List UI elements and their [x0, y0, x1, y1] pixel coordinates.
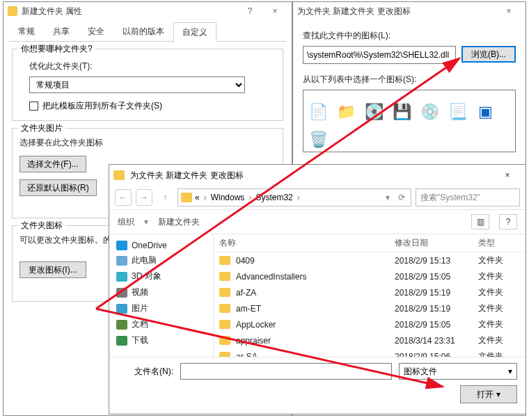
file-row[interactable]: am-ET2018/2/9 15:19文件夹	[214, 300, 526, 316]
file-row[interactable]: AppLocker2018/2/9 15:05文件夹	[214, 316, 526, 332]
folder-icon	[181, 193, 192, 202]
toolbar: 组织▾ 新建文件夹 ▥ ?	[109, 209, 526, 234]
file-row[interactable]: 04092018/2/9 15:13文件夹	[214, 252, 526, 268]
breadcrumb-segment[interactable]: Windows	[211, 193, 245, 202]
onedrive-icon	[116, 241, 127, 250]
window-title: 为文件夹 新建文件夹 更改图标	[297, 6, 496, 17]
drive-icon[interactable]: 💿	[418, 100, 441, 124]
group-folder-type: 你想要哪种文件夹? 优化此文件夹(T): 常规项目 把此模板应用到所有子文件夹(…	[12, 49, 283, 121]
refresh-icon[interactable]: ⟳	[395, 193, 408, 202]
page-icon[interactable]: 📃	[445, 100, 469, 124]
group-desc: 选择要在此文件夹图标	[19, 137, 276, 149]
tab-security[interactable]: 安全	[79, 22, 113, 41]
filename-label: 文件名(N):	[118, 366, 173, 378]
tree-item[interactable]: 下载	[115, 332, 207, 348]
help-button[interactable]: ?	[499, 214, 517, 229]
nav-tree[interactable]: OneDrive此电脑3D 对象视频图片文档下载	[109, 234, 214, 357]
close-button[interactable]: ×	[496, 2, 521, 20]
optimize-label: 优化此文件夹(T):	[29, 60, 276, 72]
close-button[interactable]: ×	[262, 2, 287, 20]
col-type[interactable]: 类型	[478, 237, 520, 249]
titlebar: 为文件夹 新建文件夹 更改图标 ×	[293, 2, 526, 20]
up-button[interactable]: ↑	[157, 189, 173, 206]
close-button[interactable]: ×	[494, 170, 521, 180]
group-title: 你想要哪种文件夹?	[18, 43, 95, 55]
help-button[interactable]: ?	[237, 2, 262, 20]
back-button[interactable]: ←	[115, 189, 132, 206]
vid-icon	[116, 288, 127, 298]
dl-icon	[116, 336, 127, 346]
folder-icon	[219, 256, 230, 265]
folder-icon[interactable]: 📁	[334, 100, 358, 124]
new-folder-button[interactable]: 新建文件夹	[158, 216, 200, 228]
titlebar: 新建文件夹 属性 ? ×	[3, 2, 292, 20]
folder-icon	[219, 304, 230, 313]
folder-icon	[113, 170, 125, 180]
icon-path-input[interactable]	[303, 46, 456, 64]
file-row[interactable]: AdvancedInstallers2018/2/9 15:05文件夹	[214, 268, 526, 284]
tree-item[interactable]: 视频	[115, 284, 207, 300]
checkbox-icon	[29, 102, 38, 111]
tab-general[interactable]: 常规	[9, 22, 44, 41]
tree-item[interactable]: 此电脑	[115, 252, 207, 268]
tree-item[interactable]: 文档	[115, 316, 207, 332]
apply-subfolders-checkbox[interactable]: 把此模板应用到所有子文件夹(S)	[29, 100, 276, 112]
tree-item[interactable]: 3D 对象	[115, 268, 207, 284]
doc-icon	[116, 320, 127, 330]
breadcrumb-segment[interactable]: System32	[255, 193, 292, 202]
tree-item[interactable]: OneDrive	[115, 239, 207, 252]
file-list[interactable]: 名称 修改日期 类型 04092018/2/9 15:13文件夹Advanced…	[214, 234, 526, 357]
group-title: 文件夹图片	[18, 122, 65, 134]
optimize-select[interactable]: 常规项目	[29, 76, 245, 93]
chevron-right-icon: ›	[296, 193, 301, 202]
file-row[interactable]: ar-SA2018/2/9 15:06文件夹	[214, 348, 526, 357]
forward-button[interactable]: →	[136, 189, 152, 206]
checkbox-label: 把此模板应用到所有子文件夹(S)	[42, 100, 162, 112]
folder-icon	[219, 272, 230, 281]
dialog-body: OneDrive此电脑3D 对象视频图片文档下载 名称 修改日期 类型 0409…	[109, 234, 526, 357]
open-button[interactable]: 打开 ▾	[460, 385, 517, 403]
dropdown-icon[interactable]: ▾	[383, 193, 393, 202]
tree-item[interactable]: 图片	[115, 300, 207, 316]
col-name[interactable]: 名称	[219, 237, 395, 249]
group-title: 文件夹图标	[18, 220, 65, 232]
address-row: ← → ↑ «› Windows› System32› ▾ ⟳ 搜索"Syste…	[109, 186, 526, 209]
column-headers[interactable]: 名称 修改日期 类型	[214, 234, 526, 252]
browse-button[interactable]: 浏览(B)...	[461, 46, 516, 63]
organize-menu[interactable]: 组织	[118, 216, 134, 228]
tab-sharing[interactable]: 共享	[44, 22, 79, 41]
drive-icon[interactable]: 💾	[390, 100, 413, 124]
file-row[interactable]: af-ZA2018/2/9 15:19文件夹	[214, 284, 526, 300]
search-input[interactable]: 搜索"System32"	[416, 188, 520, 207]
dialog-title: 为文件夹 新建文件夹 更改图标	[130, 170, 494, 181]
obj-icon	[116, 272, 127, 282]
tab-previous[interactable]: 以前的版本	[113, 22, 173, 41]
window-title: 新建文件夹 属性	[22, 6, 237, 17]
filetype-select[interactable]: 图标文件 ▾	[399, 363, 517, 380]
chevron-down-icon: ▾	[508, 366, 512, 376]
dialog-footer: 文件名(N): 图标文件 ▾ 打开 ▾	[109, 357, 526, 409]
titlebar: 为文件夹 新建文件夹 更改图标 ×	[109, 165, 526, 186]
file-row[interactable]: appraiser2018/3/14 23:31文件夹	[214, 332, 526, 348]
tab-strip: 常规 共享 安全 以前的版本 自定义	[9, 22, 286, 42]
recycle-icon[interactable]: 🗑️	[306, 128, 330, 152]
change-icon-button[interactable]: 更改图标(I)...	[19, 261, 86, 278]
folder-icon	[219, 288, 230, 297]
folder-icon	[219, 336, 230, 345]
tab-customize[interactable]: 自定义	[173, 22, 216, 42]
folder-icon	[219, 352, 230, 357]
file-icon[interactable]: 📄	[306, 100, 330, 124]
icon-grid[interactable]: 📄 📁 💽 💾 💿 📃 ▣ 🗑️ 🖥️ 🔌 🗄️ 🌐 🖧 ⚙️ 🛡️ 📰	[303, 90, 516, 152]
filename-input[interactable]	[180, 363, 392, 380]
breadcrumb-segment[interactable]: «	[195, 193, 200, 202]
window-icon[interactable]: ▣	[473, 100, 497, 124]
col-date[interactable]: 修改日期	[395, 237, 478, 249]
choose-file-button[interactable]: 选择文件(F)...	[19, 156, 86, 172]
img-icon	[116, 304, 127, 314]
breadcrumb[interactable]: «› Windows› System32› ▾ ⟳	[177, 188, 411, 207]
folder-icon	[219, 320, 230, 329]
restore-default-button[interactable]: 还原默认图标(R)	[19, 179, 97, 196]
chevron-right-icon: ›	[203, 193, 208, 202]
drive-icon[interactable]: 💽	[362, 100, 386, 124]
view-button[interactable]: ▥	[471, 214, 489, 229]
